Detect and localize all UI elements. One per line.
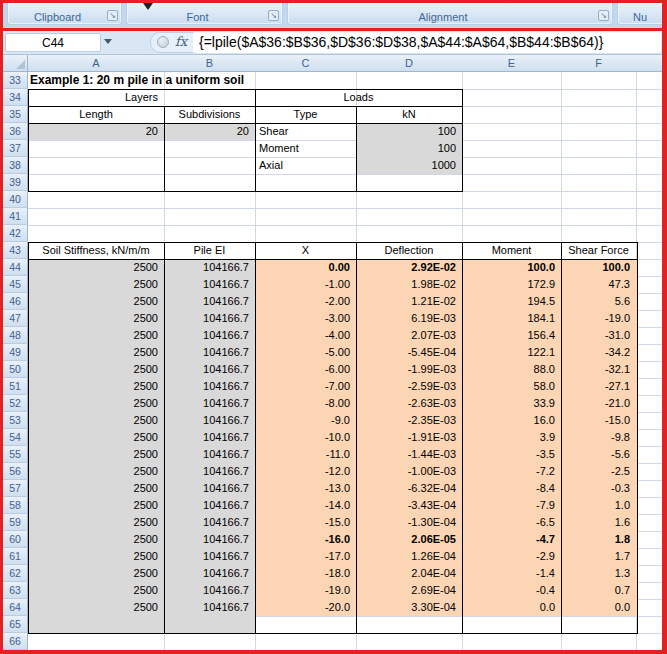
- cell[interactable]: 104166.7: [164, 310, 255, 327]
- cell[interactable]: -3.5: [462, 446, 561, 463]
- cell[interactable]: -19.0: [255, 582, 356, 599]
- cell[interactable]: 104166.7: [164, 259, 255, 276]
- row-header[interactable]: 65: [3, 616, 28, 633]
- cell[interactable]: 104166.7: [164, 463, 255, 480]
- cell[interactable]: 2500: [28, 463, 164, 480]
- row-header[interactable]: 51: [3, 378, 28, 395]
- cell[interactable]: 2500: [28, 531, 164, 548]
- dialog-launcher-icon[interactable]: ↘: [107, 10, 118, 21]
- row-header[interactable]: 36: [3, 123, 28, 140]
- cell[interactable]: 1.0: [561, 497, 636, 514]
- cell[interactable]: 184.1: [462, 310, 561, 327]
- formula-bar-handle-icon[interactable]: [157, 36, 169, 48]
- column-header[interactable]: D: [356, 55, 463, 72]
- cell[interactable]: 104166.7: [164, 582, 255, 599]
- row-header[interactable]: 50: [3, 361, 28, 378]
- cell[interactable]: 100: [356, 140, 462, 157]
- cell[interactable]: 2500: [28, 378, 164, 395]
- cell[interactable]: [164, 157, 255, 174]
- cell[interactable]: -3.43E-04: [356, 497, 462, 514]
- cell[interactable]: 2500: [28, 429, 164, 446]
- cell[interactable]: -17.0: [255, 548, 356, 565]
- cell[interactable]: -2.00: [255, 293, 356, 310]
- cell[interactable]: 2500: [28, 497, 164, 514]
- cell[interactable]: 20: [164, 123, 255, 140]
- cell[interactable]: 104166.7: [164, 514, 255, 531]
- cell[interactable]: -2.35E-03: [356, 412, 462, 429]
- row-header[interactable]: 39: [3, 174, 28, 191]
- cell[interactable]: 5.6: [561, 293, 636, 310]
- cell[interactable]: 47.3: [561, 276, 636, 293]
- cell[interactable]: -10.0: [255, 429, 356, 446]
- row-header[interactable]: 42: [3, 225, 28, 242]
- row-header[interactable]: 60: [3, 531, 28, 548]
- cell[interactable]: -0.3: [561, 480, 636, 497]
- row-header[interactable]: 53: [3, 412, 28, 429]
- cell[interactable]: 1.98E-02: [356, 276, 462, 293]
- cell[interactable]: 2.04E-04: [356, 565, 462, 582]
- cell[interactable]: X: [255, 242, 356, 259]
- cell[interactable]: 104166.7: [164, 548, 255, 565]
- row-header[interactable]: 62: [3, 565, 28, 582]
- cell[interactable]: 33.9: [462, 395, 561, 412]
- formula-text[interactable]: {=lpile($A$36:$B$36,$D$36:$D$38,$A$44:$A…: [199, 32, 659, 53]
- cell[interactable]: 2500: [28, 565, 164, 582]
- cell[interactable]: -2.5: [561, 463, 636, 480]
- cell[interactable]: 3.9: [462, 429, 561, 446]
- cell[interactable]: Axial: [255, 157, 356, 174]
- row-header[interactable]: 37: [3, 140, 28, 157]
- row-header[interactable]: 52: [3, 395, 28, 412]
- cell[interactable]: 104166.7: [164, 293, 255, 310]
- cell[interactable]: 2.07E-03: [356, 327, 462, 344]
- cell[interactable]: 2500: [28, 293, 164, 310]
- cell[interactable]: 2500: [28, 310, 164, 327]
- cell[interactable]: -1.00: [255, 276, 356, 293]
- cell[interactable]: -19.0: [561, 310, 636, 327]
- dialog-launcher-icon[interactable]: ↘: [268, 10, 279, 21]
- row-header[interactable]: 63: [3, 582, 28, 599]
- cell[interactable]: -15.0: [561, 412, 636, 429]
- kn-header-cell[interactable]: kN: [356, 106, 462, 123]
- length-header-cell[interactable]: Length: [28, 106, 164, 123]
- cell[interactable]: -20.0: [255, 599, 356, 616]
- cell[interactable]: -2.9: [462, 548, 561, 565]
- cell[interactable]: -7.2: [462, 463, 561, 480]
- cell[interactable]: -0.4: [462, 582, 561, 599]
- cell[interactable]: 194.5: [462, 293, 561, 310]
- cell[interactable]: 6.19E-03: [356, 310, 462, 327]
- cell[interactable]: 104166.7: [164, 378, 255, 395]
- cell[interactable]: -9.8: [561, 429, 636, 446]
- type-header-cell[interactable]: Type: [255, 106, 356, 123]
- cell[interactable]: -14.0: [255, 497, 356, 514]
- cell[interactable]: 2500: [28, 514, 164, 531]
- ribbon-group-nu[interactable]: Nu: [617, 3, 667, 25]
- row-header[interactable]: 47: [3, 310, 28, 327]
- cell[interactable]: 1.3: [561, 565, 636, 582]
- cell[interactable]: -12.0: [255, 463, 356, 480]
- column-header[interactable]: E: [462, 55, 562, 72]
- cell[interactable]: 0.00: [255, 259, 356, 276]
- cell[interactable]: 3.30E-04: [356, 599, 462, 616]
- cell[interactable]: -15.0: [255, 514, 356, 531]
- cell[interactable]: 104166.7: [164, 480, 255, 497]
- cell[interactable]: 104166.7: [164, 344, 255, 361]
- cell[interactable]: -5.00: [255, 344, 356, 361]
- cell[interactable]: -6.32E-04: [356, 480, 462, 497]
- cell[interactable]: -13.0: [255, 480, 356, 497]
- cell[interactable]: -2.59E-03: [356, 378, 462, 395]
- cell[interactable]: 2500: [28, 259, 164, 276]
- cell[interactable]: -6.5: [462, 514, 561, 531]
- cell[interactable]: Shear: [255, 123, 356, 140]
- cell[interactable]: -31.0: [561, 327, 636, 344]
- row-header[interactable]: 58: [3, 497, 28, 514]
- cell[interactable]: -1.00E-03: [356, 463, 462, 480]
- cell[interactable]: 172.9: [462, 276, 561, 293]
- cell[interactable]: [28, 157, 164, 174]
- cell[interactable]: 0.0: [561, 599, 636, 616]
- row-header[interactable]: 44: [3, 259, 28, 276]
- cell[interactable]: -11.0: [255, 446, 356, 463]
- insert-function-icon[interactable]: fx: [175, 34, 187, 49]
- name-box[interactable]: C44: [5, 33, 101, 52]
- cell[interactable]: 58.0: [462, 378, 561, 395]
- cell[interactable]: 2.06E-05: [356, 531, 462, 548]
